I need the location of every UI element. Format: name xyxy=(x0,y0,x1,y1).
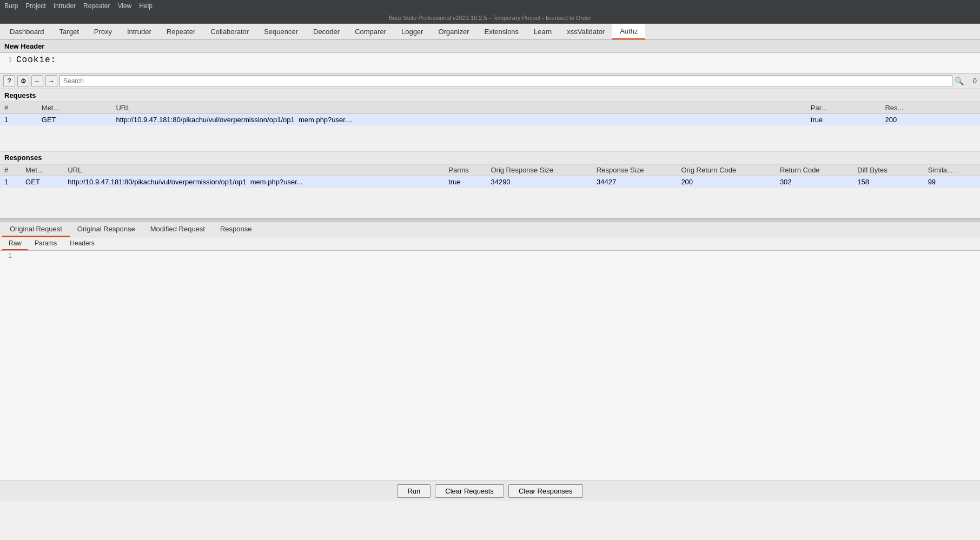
resp-col-diff: Diff Bytes xyxy=(853,164,923,176)
req-col-num: # xyxy=(0,102,37,114)
tab-target[interactable]: Target xyxy=(52,24,87,39)
back-btn-top[interactable]: ← xyxy=(31,75,43,87)
resp-col-parms: Parms xyxy=(444,164,486,176)
sub-tabs: Raw Params Headers xyxy=(0,237,980,251)
req-col-method: Met... xyxy=(37,102,112,114)
tab-original-request[interactable]: Original Request xyxy=(2,222,70,237)
menu-view[interactable]: View xyxy=(117,2,131,10)
search-count-top: 0 xyxy=(966,77,977,85)
requests-table-wrap: # Met... URL Par... Res... 1 GET http://… xyxy=(0,102,980,151)
resp-row-num: 1 xyxy=(0,176,21,188)
responses-section: Responses # Met... URL Parms Orig Respon… xyxy=(0,151,980,219)
req-row-params: true xyxy=(806,114,881,126)
clear-responses-button[interactable]: Clear Responses xyxy=(508,484,583,498)
req-row-url: http://10.9.47.181:80/pikachu/vul/overpe… xyxy=(111,114,806,126)
resp-row-parms: true xyxy=(444,176,486,188)
tab-proxy[interactable]: Proxy xyxy=(87,24,120,39)
search-input-top[interactable] xyxy=(59,75,952,87)
cookie-editor: 1 Cookie: xyxy=(0,53,980,74)
resp-row-orig-size: 34290 xyxy=(486,176,592,188)
tab-sequencer[interactable]: Sequencer xyxy=(256,24,306,39)
content-area[interactable]: 1 xyxy=(0,251,980,485)
tab-decoder[interactable]: Decoder xyxy=(306,24,347,39)
resp-col-similar: Simila... xyxy=(924,164,980,176)
menu-burp[interactable]: Burp xyxy=(4,2,18,10)
tab-repeater[interactable]: Repeater xyxy=(159,24,203,39)
responses-table-wrap: # Met... URL Parms Orig Response Size Re… xyxy=(0,164,980,218)
content-line-number: 1 xyxy=(0,252,16,259)
resp-row-similar: 99 xyxy=(924,176,980,188)
tab-collaborator[interactable]: Collaborator xyxy=(203,24,256,39)
requests-section: Requests # Met... URL Par... Res... 1 G xyxy=(0,89,980,151)
tab-logger[interactable]: Logger xyxy=(394,24,431,39)
tab-learn[interactable]: Learn xyxy=(526,24,559,39)
tab-original-response[interactable]: Original Response xyxy=(70,222,143,237)
req-row-method: GET xyxy=(37,114,112,126)
menu-intruder[interactable]: Intruder xyxy=(54,2,76,10)
subtab-headers[interactable]: Headers xyxy=(63,237,101,250)
responses-section-header: Responses xyxy=(0,151,980,164)
main-content: New Header 1 Cookie: ? ⚙ ← → 🔍 0 Request… xyxy=(0,40,980,501)
resp-col-url: URL xyxy=(63,164,444,176)
new-header-bar: New Header xyxy=(0,40,980,53)
resp-col-orig-size: Orig Response Size xyxy=(486,164,592,176)
title-bar: Burp Suite Professional v2023.10.2.5 - T… xyxy=(0,12,980,24)
resp-col-orig-code: Orig Return Code xyxy=(677,164,776,176)
resp-row-code: 302 xyxy=(776,176,853,188)
tab-organizer[interactable]: Organizer xyxy=(431,24,476,39)
resp-col-resp-size: Response Size xyxy=(592,164,677,176)
requests-table: # Met... URL Par... Res... 1 GET http://… xyxy=(0,102,980,126)
forward-btn-top[interactable]: → xyxy=(45,75,57,87)
requests-section-header: Requests xyxy=(0,89,980,102)
title-text: Burp Suite Professional v2023.10.2.5 - T… xyxy=(389,15,591,21)
cookie-line-number: 1 xyxy=(0,56,16,64)
requests-title: Requests xyxy=(4,91,36,99)
menu-repeater[interactable]: Repeater xyxy=(83,2,110,10)
subtab-raw[interactable]: Raw xyxy=(2,237,28,250)
clear-requests-button[interactable]: Clear Requests xyxy=(435,484,504,498)
resp-row-url: http://10.9.47.181:80/pikachu/vul/overpe… xyxy=(63,176,444,188)
table-row[interactable]: 1 GET http://10.9.47.181:80/pikachu/vul/… xyxy=(0,176,980,188)
action-buttons: Run Clear Requests Clear Responses xyxy=(0,481,980,501)
responses-title: Responses xyxy=(4,154,42,162)
bottom-tabs: Original Request Original Response Modif… xyxy=(0,222,980,237)
run-button[interactable]: Run xyxy=(397,484,431,498)
tab-comparer[interactable]: Comparer xyxy=(347,24,394,39)
tab-xssvalidator[interactable]: xssValidator xyxy=(559,24,612,39)
resp-col-num: # xyxy=(0,164,21,176)
resp-row-orig-code: 200 xyxy=(677,176,776,188)
menu-project[interactable]: Project xyxy=(25,2,45,10)
menu-bar: Burp Project Intruder Repeater View Help xyxy=(0,0,980,12)
resp-col-code: Return Code xyxy=(776,164,853,176)
tab-intruder[interactable]: Intruder xyxy=(120,24,159,39)
tab-extensions[interactable]: Extensions xyxy=(477,24,527,39)
resp-row-method: GET xyxy=(21,176,63,188)
menu-help[interactable]: Help xyxy=(139,2,153,10)
new-header-label: New Header xyxy=(4,42,44,50)
tab-dashboard[interactable]: Dashboard xyxy=(2,24,52,39)
req-col-resp: Res... xyxy=(880,102,980,114)
cookie-text[interactable]: Cookie: xyxy=(16,55,56,65)
help-icon-top[interactable]: ? xyxy=(3,75,15,87)
resp-row-resp-size: 34427 xyxy=(592,176,677,188)
req-col-params: Par... xyxy=(806,102,881,114)
settings-icon-top[interactable]: ⚙ xyxy=(17,75,29,87)
tab-response[interactable]: Response xyxy=(213,222,260,237)
req-col-url: URL xyxy=(111,102,806,114)
resp-row-diff: 158 xyxy=(853,176,923,188)
req-row-num: 1 xyxy=(0,114,37,126)
content-line: 1 xyxy=(0,252,980,259)
table-row[interactable]: 1 GET http://10.9.47.181:80/pikachu/vul/… xyxy=(0,114,980,126)
main-nav-tabs: Dashboard Target Proxy Intruder Repeater… xyxy=(0,24,980,40)
resp-col-method: Met... xyxy=(21,164,63,176)
tab-modified-request[interactable]: Modified Request xyxy=(143,222,213,237)
search-toolbar-top: ? ⚙ ← → 🔍 0 xyxy=(0,74,980,89)
req-row-response: 200 xyxy=(880,114,980,126)
subtab-params[interactable]: Params xyxy=(28,237,63,250)
tab-authz[interactable]: Authz xyxy=(612,24,645,39)
responses-table: # Met... URL Parms Orig Response Size Re… xyxy=(0,164,980,188)
